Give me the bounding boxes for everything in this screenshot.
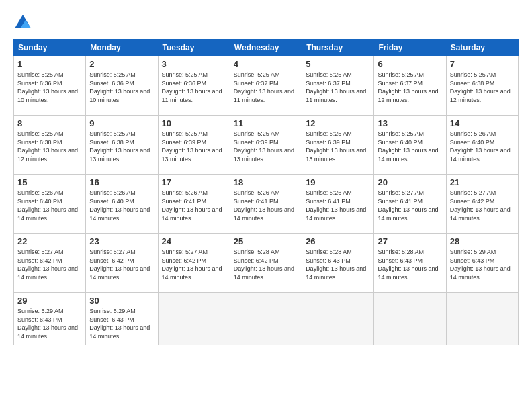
- calendar-header-row: Sunday Monday Tuesday Wednesday Thursday…: [14, 40, 519, 56]
- table-row: [158, 293, 230, 345]
- cell-text: Sunrise: 5:25 AMSunset: 6:37 PMDaylight:…: [378, 71, 438, 103]
- table-row: [230, 293, 302, 345]
- cell-text: Sunrise: 5:27 AMSunset: 6:42 PMDaylight:…: [450, 189, 511, 222]
- table-row: [302, 293, 374, 345]
- table-row: 6Sunrise: 5:25 AMSunset: 6:37 PMDaylight…: [374, 56, 446, 116]
- table-row: [374, 293, 446, 345]
- cell-text: Sunrise: 5:28 AMSunset: 6:43 PMDaylight:…: [306, 248, 366, 281]
- col-monday: Monday: [86, 40, 158, 56]
- cell-text: Sunrise: 5:25 AMSunset: 6:39 PMDaylight:…: [234, 130, 294, 163]
- header: [13, 13, 519, 32]
- calendar-table: Sunday Monday Tuesday Wednesday Thursday…: [13, 39, 519, 345]
- cell-text: Sunrise: 5:27 AMSunset: 6:41 PMDaylight:…: [378, 189, 438, 222]
- table-row: 24Sunrise: 5:27 AMSunset: 6:42 PMDayligh…: [158, 234, 230, 293]
- table-row: 25Sunrise: 5:28 AMSunset: 6:42 PMDayligh…: [230, 234, 302, 293]
- cell-text: Sunrise: 5:27 AMSunset: 6:42 PMDaylight:…: [89, 248, 150, 281]
- page: Sunday Monday Tuesday Wednesday Thursday…: [0, 0, 532, 411]
- cell-text: Sunrise: 5:25 AMSunset: 6:39 PMDaylight:…: [306, 130, 366, 163]
- cell-text: Sunrise: 5:25 AMSunset: 6:39 PMDaylight:…: [162, 130, 222, 163]
- table-row: 8Sunrise: 5:25 AMSunset: 6:38 PMDaylight…: [14, 116, 86, 175]
- cell-text: Sunrise: 5:25 AMSunset: 6:37 PMDaylight:…: [234, 71, 294, 103]
- table-row: 16Sunrise: 5:26 AMSunset: 6:40 PMDayligh…: [86, 175, 158, 234]
- cell-text: Sunrise: 5:25 AMSunset: 6:36 PMDaylight:…: [162, 71, 222, 103]
- day-number: 4: [234, 59, 298, 69]
- day-number: 1: [17, 59, 82, 69]
- cell-text: Sunrise: 5:26 AMSunset: 6:41 PMDaylight:…: [162, 189, 222, 222]
- day-number: 24: [162, 236, 226, 246]
- logo-icon: [13, 13, 32, 32]
- table-row: 7Sunrise: 5:25 AMSunset: 6:38 PMDaylight…: [446, 56, 518, 116]
- cell-text: Sunrise: 5:25 AMSunset: 6:37 PMDaylight:…: [306, 71, 366, 103]
- col-sunday: Sunday: [14, 40, 86, 56]
- col-saturday: Saturday: [446, 40, 518, 56]
- table-row: 11Sunrise: 5:25 AMSunset: 6:39 PMDayligh…: [230, 116, 302, 175]
- table-row: 2Sunrise: 5:25 AMSunset: 6:36 PMDaylight…: [86, 56, 158, 116]
- day-number: 26: [306, 236, 370, 246]
- cell-text: Sunrise: 5:28 AMSunset: 6:43 PMDaylight:…: [378, 248, 438, 281]
- day-number: 8: [17, 118, 82, 128]
- table-row: 1Sunrise: 5:25 AMSunset: 6:36 PMDaylight…: [14, 56, 86, 116]
- cell-text: Sunrise: 5:25 AMSunset: 6:36 PMDaylight:…: [17, 71, 78, 103]
- cell-text: Sunrise: 5:27 AMSunset: 6:42 PMDaylight:…: [17, 248, 78, 281]
- table-row: 13Sunrise: 5:25 AMSunset: 6:40 PMDayligh…: [374, 116, 446, 175]
- col-tuesday: Tuesday: [158, 40, 230, 56]
- day-number: 5: [306, 59, 370, 69]
- cell-text: Sunrise: 5:25 AMSunset: 6:40 PMDaylight:…: [378, 130, 438, 163]
- table-row: 5Sunrise: 5:25 AMSunset: 6:37 PMDaylight…: [302, 56, 374, 116]
- table-row: 23Sunrise: 5:27 AMSunset: 6:42 PMDayligh…: [86, 234, 158, 293]
- day-number: 30: [89, 295, 154, 306]
- day-number: 20: [378, 177, 442, 187]
- day-number: 15: [17, 177, 82, 187]
- day-number: 19: [306, 177, 370, 187]
- day-number: 7: [450, 59, 515, 69]
- day-number: 14: [450, 118, 515, 128]
- day-number: 16: [89, 177, 154, 187]
- table-row: 29Sunrise: 5:29 AMSunset: 6:43 PMDayligh…: [14, 293, 86, 345]
- cell-text: Sunrise: 5:29 AMSunset: 6:43 PMDaylight:…: [450, 248, 511, 281]
- cell-text: Sunrise: 5:29 AMSunset: 6:43 PMDaylight:…: [17, 308, 78, 340]
- cell-text: Sunrise: 5:25 AMSunset: 6:38 PMDaylight:…: [89, 130, 150, 163]
- day-number: 9: [89, 118, 154, 128]
- table-row: 10Sunrise: 5:25 AMSunset: 6:39 PMDayligh…: [158, 116, 230, 175]
- day-number: 22: [17, 236, 82, 246]
- table-row: 21Sunrise: 5:27 AMSunset: 6:42 PMDayligh…: [446, 175, 518, 234]
- table-row: 4Sunrise: 5:25 AMSunset: 6:37 PMDaylight…: [230, 56, 302, 116]
- cell-text: Sunrise: 5:25 AMSunset: 6:38 PMDaylight:…: [17, 130, 78, 163]
- day-number: 25: [234, 236, 298, 246]
- day-number: 27: [378, 236, 442, 246]
- table-row: 3Sunrise: 5:25 AMSunset: 6:36 PMDaylight…: [158, 56, 230, 116]
- table-row: 27Sunrise: 5:28 AMSunset: 6:43 PMDayligh…: [374, 234, 446, 293]
- table-row: [446, 293, 518, 345]
- cell-text: Sunrise: 5:27 AMSunset: 6:42 PMDaylight:…: [162, 248, 222, 281]
- table-row: 18Sunrise: 5:26 AMSunset: 6:41 PMDayligh…: [230, 175, 302, 234]
- table-row: 20Sunrise: 5:27 AMSunset: 6:41 PMDayligh…: [374, 175, 446, 234]
- table-row: 26Sunrise: 5:28 AMSunset: 6:43 PMDayligh…: [302, 234, 374, 293]
- col-thursday: Thursday: [302, 40, 374, 56]
- table-row: 15Sunrise: 5:26 AMSunset: 6:40 PMDayligh…: [14, 175, 86, 234]
- day-number: 12: [306, 118, 370, 128]
- day-number: 28: [450, 236, 515, 246]
- col-wednesday: Wednesday: [230, 40, 302, 56]
- cell-text: Sunrise: 5:28 AMSunset: 6:42 PMDaylight:…: [234, 248, 294, 281]
- day-number: 18: [234, 177, 298, 187]
- day-number: 3: [162, 59, 226, 69]
- table-row: 14Sunrise: 5:26 AMSunset: 6:40 PMDayligh…: [446, 116, 518, 175]
- day-number: 17: [162, 177, 226, 187]
- day-number: 11: [234, 118, 298, 128]
- day-number: 10: [162, 118, 226, 128]
- cell-text: Sunrise: 5:26 AMSunset: 6:40 PMDaylight:…: [89, 189, 150, 222]
- cell-text: Sunrise: 5:25 AMSunset: 6:36 PMDaylight:…: [89, 71, 150, 103]
- cell-text: Sunrise: 5:25 AMSunset: 6:38 PMDaylight:…: [450, 71, 511, 103]
- cell-text: Sunrise: 5:26 AMSunset: 6:40 PMDaylight:…: [17, 189, 78, 222]
- day-number: 29: [17, 295, 82, 306]
- day-number: 13: [378, 118, 442, 128]
- cell-text: Sunrise: 5:26 AMSunset: 6:40 PMDaylight:…: [450, 130, 511, 163]
- cell-text: Sunrise: 5:26 AMSunset: 6:41 PMDaylight:…: [234, 189, 294, 222]
- cell-text: Sunrise: 5:26 AMSunset: 6:41 PMDaylight:…: [306, 189, 366, 222]
- table-row: 30Sunrise: 5:29 AMSunset: 6:43 PMDayligh…: [86, 293, 158, 345]
- day-number: 6: [378, 59, 442, 69]
- day-number: 23: [89, 236, 154, 246]
- day-number: 2: [89, 59, 154, 69]
- cell-text: Sunrise: 5:29 AMSunset: 6:43 PMDaylight:…: [89, 308, 150, 340]
- table-row: 12Sunrise: 5:25 AMSunset: 6:39 PMDayligh…: [302, 116, 374, 175]
